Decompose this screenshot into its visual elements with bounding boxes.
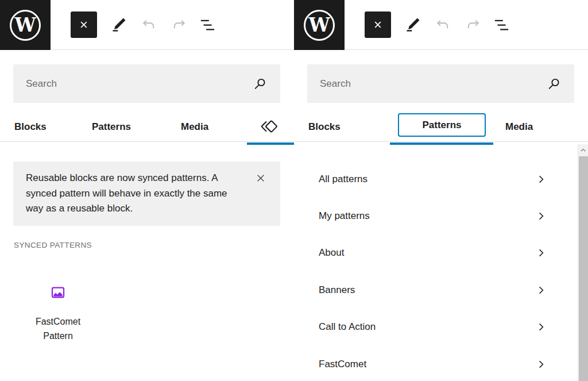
editor-header: W	[0, 0, 294, 50]
tab-media[interactable]: Media	[181, 121, 208, 133]
category-label: Call to Action	[319, 321, 376, 333]
edit-mode-button[interactable]	[109, 15, 129, 34]
edit-mode-button[interactable]	[403, 15, 423, 34]
search-icon	[252, 76, 268, 91]
tab-blocks[interactable]: Blocks	[14, 121, 47, 133]
undo-button[interactable]	[140, 17, 157, 33]
image-icon	[50, 284, 66, 301]
active-tab-underline	[390, 143, 493, 145]
tab-media[interactable]: Media	[505, 121, 533, 133]
editor-header: W	[294, 0, 588, 50]
notice-message: Reusable blocks are now synced patterns.…	[26, 171, 236, 217]
list-view-button[interactable]	[198, 16, 217, 34]
close-inserter-button[interactable]	[365, 11, 391, 38]
scrollbar-thumb[interactable]	[579, 156, 588, 381]
pencil-icon	[110, 16, 127, 33]
wordpress-logo-letter: W	[304, 10, 335, 41]
pattern-item-fastcomet[interactable]: FastComet Pattern	[24, 284, 92, 343]
synced-patterns-heading: SYNCED PATTERNS	[14, 241, 92, 249]
close-icon	[372, 19, 384, 30]
tab-blocks[interactable]: Blocks	[308, 121, 341, 133]
chevron-right-icon	[535, 210, 547, 222]
close-icon	[255, 172, 266, 184]
screenshot-stage: W	[0, 0, 588, 381]
search-input[interactable]	[307, 64, 574, 103]
redo-button[interactable]	[171, 17, 188, 33]
synced-patterns-icon	[260, 117, 279, 136]
tab-patterns[interactable]: Patterns	[92, 121, 131, 133]
list-view-icon	[199, 16, 216, 34]
chevron-right-icon	[535, 247, 547, 259]
undo-icon	[434, 17, 451, 33]
tab-synced-patterns[interactable]	[259, 116, 280, 137]
list-view-icon	[493, 16, 510, 34]
redo-icon	[171, 17, 188, 33]
category-label: All patterns	[319, 174, 368, 185]
synced-patterns-notice: Reusable blocks are now synced patterns.…	[13, 161, 280, 226]
active-tab-underline	[247, 143, 294, 145]
pattern-item-label: FastComet Pattern	[24, 315, 92, 343]
vertical-scrollbar[interactable]	[578, 144, 588, 381]
scrollbar-up-button[interactable]	[578, 144, 588, 156]
right-editor-panel: W	[294, 0, 588, 381]
chevron-right-icon	[535, 321, 547, 333]
undo-button[interactable]	[434, 17, 451, 33]
chevron-right-icon	[535, 359, 547, 370]
category-label: FastComet	[319, 359, 366, 370]
category-my-patterns[interactable]: My patterns	[319, 205, 547, 228]
category-label: My patterns	[319, 210, 370, 222]
category-banners[interactable]: Banners	[319, 279, 547, 302]
close-inserter-button[interactable]	[71, 11, 97, 38]
redo-icon	[465, 17, 482, 33]
category-call-to-action[interactable]: Call to Action	[319, 315, 547, 338]
block-search-box	[13, 64, 280, 103]
redo-button[interactable]	[465, 17, 482, 33]
search-icon	[546, 76, 562, 91]
chevron-right-icon	[535, 174, 547, 185]
close-icon	[78, 19, 90, 30]
tab-patterns-label: Patterns	[422, 120, 461, 131]
tabs-divider	[294, 141, 588, 142]
tab-patterns-active[interactable]: Patterns	[398, 113, 486, 137]
left-editor-panel: W	[0, 0, 294, 381]
pencil-icon	[404, 16, 421, 33]
search-input[interactable]	[13, 64, 280, 103]
chevron-right-icon	[535, 284, 547, 296]
list-view-button[interactable]	[492, 16, 511, 34]
category-label: About	[319, 247, 344, 259]
wordpress-logo-letter: W	[10, 10, 41, 41]
tabs-divider	[0, 141, 294, 142]
category-fastcomet[interactable]: FastComet	[319, 353, 547, 376]
category-label: Banners	[319, 284, 355, 296]
wordpress-logo[interactable]: W	[294, 0, 345, 50]
category-all-patterns[interactable]: All patterns	[319, 168, 547, 191]
undo-icon	[140, 17, 157, 33]
chevron-up-icon	[579, 147, 587, 154]
wordpress-logo[interactable]: W	[0, 0, 51, 50]
dismiss-notice-button[interactable]	[254, 172, 267, 184]
block-search-box	[307, 64, 574, 103]
category-about[interactable]: About	[319, 241, 547, 264]
